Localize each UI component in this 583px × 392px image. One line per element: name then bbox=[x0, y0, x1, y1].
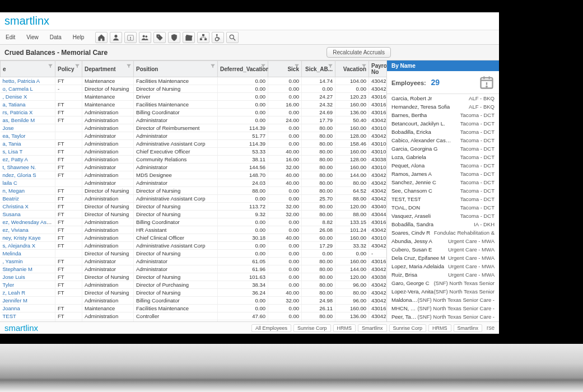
table-row[interactable]: ez, VivianaFTAdministrationHR Assistant0… bbox=[1, 226, 388, 234]
col-sick[interactable]: Sick bbox=[268, 61, 302, 77]
table-row[interactable]: Jose LuisFTDirector of NursingDirector o… bbox=[1, 273, 388, 281]
list-item[interactable]: Garcia, Georgina GTacoma - DCT bbox=[387, 144, 499, 153]
calendar-alert-icon[interactable] bbox=[124, 32, 137, 43]
col-name[interactable]: e bbox=[1, 61, 55, 77]
table-row[interactable]: ez, Patty AFTAdministrationCommunity Rel… bbox=[1, 156, 388, 164]
employee-link[interactable]: Stephanie M bbox=[3, 266, 32, 272]
table-row[interactable]: a, TaniaFTAdministrationAdministrative A… bbox=[1, 140, 388, 148]
table-row[interactable]: JoannaFTMaintenanceFacilities Maintenanc… bbox=[1, 305, 388, 312]
clapper-icon[interactable] bbox=[183, 32, 195, 43]
side-tab-by-name[interactable]: By Name bbox=[387, 60, 499, 71]
crumb[interactable]: Sunrise Corp bbox=[389, 324, 427, 332]
table-row[interactable]: Stephanie MFTAdministratorAdministrator6… bbox=[1, 265, 388, 273]
list-item[interactable]: Ramos, James ATacoma - DCT bbox=[387, 170, 499, 178]
filter-icon[interactable] bbox=[48, 63, 53, 69]
employee-list[interactable]: Garcia, Robert JrALF - BKQHernandez, Ter… bbox=[387, 94, 499, 321]
table-row[interactable]: Jennifer MAdministrationBilling Coordina… bbox=[1, 297, 388, 305]
table-row[interactable]: Christina XFTDirector of NursingDirector… bbox=[1, 203, 388, 211]
table-row[interactable]: n, MeganFTDirector of NursingDirector of… bbox=[1, 187, 388, 195]
table-row[interactable]: o, Carmela L-Director of NursingDirector… bbox=[1, 85, 388, 93]
table-row[interactable]: ea, TaylorAdministratorAdministrator51.7… bbox=[1, 132, 388, 140]
filter-icon[interactable] bbox=[361, 63, 367, 69]
recalculate-accruals-button[interactable]: Recalculate Accruals bbox=[327, 47, 391, 58]
shield-icon[interactable] bbox=[168, 32, 180, 43]
employee-link[interactable]: Melinda bbox=[3, 250, 21, 256]
filter-icon[interactable] bbox=[328, 63, 333, 69]
table-row[interactable]: BeatrizFTAdministrationAdministrative As… bbox=[1, 195, 388, 203]
filter-icon[interactable] bbox=[126, 63, 132, 69]
employee-link[interactable]: rs, Patricia X bbox=[3, 109, 33, 115]
employee-link[interactable]: z, Leah R bbox=[3, 290, 26, 296]
list-item[interactable]: Lopez-Vera, Anita(SNF) North Texas Senio… bbox=[387, 287, 499, 296]
people-icon[interactable] bbox=[139, 32, 151, 43]
col-sickab[interactable]: Sick_AB... bbox=[302, 61, 335, 77]
list-item[interactable]: Lopez, Maria AdelaidaUrgent Care - MWA bbox=[387, 262, 499, 270]
list-item[interactable]: Hernandez, Teresa SofiaALF - BKQ bbox=[387, 102, 499, 111]
list-item[interactable]: Garo, George C(SNF) North Texas Senior bbox=[387, 279, 499, 287]
list-item[interactable]: Garcia, Robert JrALF - BKQ bbox=[387, 94, 499, 102]
list-item[interactable]: Loza, GabrielaTacoma - DCT bbox=[387, 153, 499, 161]
employee-link[interactable]: a, Tania bbox=[3, 141, 21, 147]
menu-data[interactable]: Data bbox=[44, 30, 67, 45]
list-item[interactable]: Soares, Cindv RFondulac Rehabilitation & bbox=[387, 228, 499, 237]
employee-link[interactable]: Christina X bbox=[3, 203, 29, 209]
employee-link[interactable]: Jose Luis bbox=[3, 274, 25, 280]
home-icon[interactable] bbox=[95, 32, 108, 43]
table-row[interactable]: s, Alejandra XFTAdministrationAdministra… bbox=[1, 242, 388, 250]
table-row[interactable]: ney, Kristy KayeFTAdministrationChief Cl… bbox=[1, 234, 388, 242]
table-row[interactable]: JoseAdministrationDirector of Reimbursem… bbox=[1, 124, 388, 132]
employee-link[interactable]: Susana bbox=[3, 211, 21, 217]
crumb[interactable]: Smartlinx bbox=[358, 324, 387, 332]
employee-link[interactable]: TEST bbox=[3, 313, 16, 319]
filter-icon[interactable] bbox=[260, 63, 266, 69]
employee-link[interactable]: , Yasmin bbox=[3, 258, 23, 264]
list-item[interactable]: Barnes, BerthaTacoma - DCT bbox=[387, 111, 499, 119]
list-item[interactable]: See, Chansorn CTacoma - DCT bbox=[387, 186, 499, 195]
crumb[interactable]: HRMS bbox=[333, 324, 356, 332]
list-item[interactable]: Dela Cruz, Epifanee MUrgent Care - MWA bbox=[387, 254, 499, 262]
col-payroll[interactable]: Payroll No bbox=[369, 61, 388, 77]
employee-link[interactable]: ez, Wednesday Ashlyn bbox=[3, 219, 55, 225]
crumb[interactable]: All Employees bbox=[251, 324, 291, 332]
employee-link[interactable]: Joanna bbox=[3, 305, 20, 311]
list-item[interactable]: Bobadilla, ErickaTacoma - DCT bbox=[387, 128, 499, 136]
table-row[interactable]: TylerFTAdministrationDirector of Purchas… bbox=[1, 281, 388, 289]
employee-link[interactable]: Beatriz bbox=[3, 195, 20, 202]
employee-link[interactable]: Jennifer M bbox=[3, 297, 27, 304]
list-item[interactable]: Cabico, Alexander CasabarTacoma - DCT bbox=[387, 136, 499, 144]
list-item[interactable]: Maldonado, Rosa(SNF) North Texas Senior … bbox=[387, 296, 499, 304]
list-item[interactable]: TOAL, DONTacoma - DCT bbox=[387, 203, 499, 212]
employee-link[interactable]: ez, Viviana bbox=[3, 227, 29, 233]
table-row[interactable]: ez, Wednesday AshlynFTAdministrationBill… bbox=[1, 218, 388, 226]
person-icon[interactable] bbox=[110, 32, 122, 43]
employee-link[interactable]: ney, Kristy Kaye bbox=[3, 235, 41, 241]
crumb[interactable]: Smartlinx bbox=[454, 324, 483, 332]
filter-icon[interactable] bbox=[294, 63, 300, 69]
tag-icon[interactable] bbox=[153, 32, 166, 43]
balances-grid[interactable]: ePolicyDepartmentPositionDeferred_Vacati… bbox=[0, 60, 387, 321]
employee-link[interactable]: , Denise X bbox=[3, 94, 27, 100]
filter-icon[interactable] bbox=[74, 63, 80, 69]
employee-link[interactable]: a, Tatiana bbox=[3, 101, 26, 108]
list-item[interactable]: Pequet, AlonaTacoma - DCT bbox=[387, 161, 499, 170]
employee-link[interactable]: hetto, Patricia A bbox=[3, 78, 40, 84]
employee-link[interactable]: as, Benilde M bbox=[3, 117, 35, 123]
employee-link[interactable]: s, Alejandra X bbox=[3, 242, 36, 249]
table-row[interactable]: s, Lisa TFTAdministrationChief Executive… bbox=[1, 148, 388, 156]
menu-help[interactable]: Help bbox=[67, 30, 90, 45]
employee-link[interactable]: Jose bbox=[3, 125, 14, 131]
crumb[interactable]: HRMS bbox=[428, 324, 451, 332]
list-item[interactable]: Bobadilla, SandraIA - DKH bbox=[387, 220, 499, 228]
table-row[interactable]: hetto, Patricia AFTMaintenanceFacilities… bbox=[1, 77, 388, 85]
employee-link[interactable]: o, Carmela L bbox=[3, 86, 33, 92]
list-item[interactable]: MHCN, CCO(SNF) North Texas Senior Care - bbox=[387, 304, 499, 312]
table-row[interactable]: a, TatianaFTMaintenanceFacilities Mainte… bbox=[1, 101, 388, 109]
col-defvac[interactable]: Deferred_Vacation bbox=[218, 61, 268, 77]
crumb[interactable]: Sunrise Corp bbox=[293, 324, 331, 332]
table-row[interactable]: ndez, Gloria SFTAdministrationMDS Design… bbox=[1, 171, 388, 179]
table-row[interactable]: as, Benilde MFTAdministrationAdministrat… bbox=[1, 116, 388, 124]
employee-link[interactable]: s, Lisa T bbox=[3, 148, 23, 155]
list-item[interactable]: TEST, TESTTacoma - DCT bbox=[387, 195, 499, 203]
table-row[interactable]: laila CAdministratorAdministrator24.0340… bbox=[1, 179, 388, 187]
list-item[interactable]: Peer, Tawni(SNF) North Texas Senior Care… bbox=[387, 312, 499, 321]
